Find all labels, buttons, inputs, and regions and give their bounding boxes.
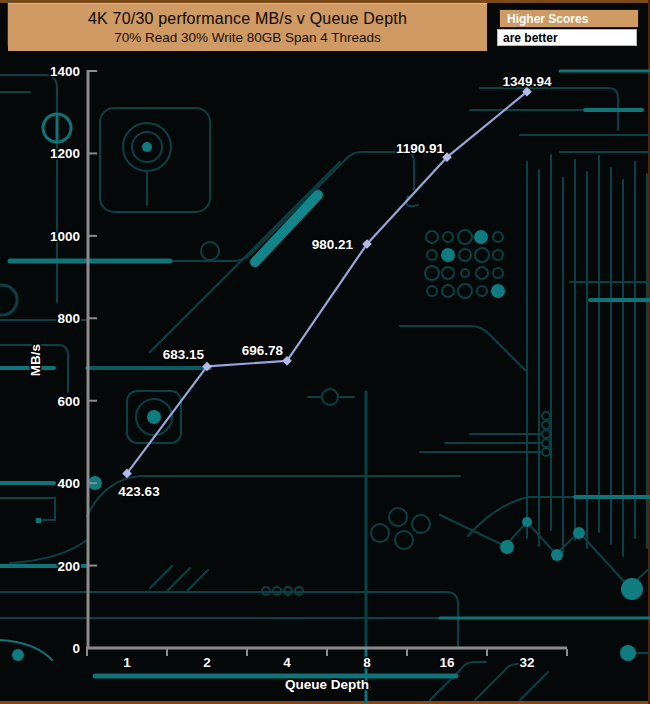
x-axis-title: Queue Depth: [285, 677, 369, 692]
chart-title: 4K 70/30 performance MB/s v Queue Depth: [88, 10, 407, 28]
x-tick-label: 16: [439, 655, 455, 670]
chart-title-bar: 4K 70/30 performance MB/s v Queue Depth …: [8, 3, 487, 51]
chart-subtitle: 70% Read 30% Write 80GB Span 4 Threads: [114, 30, 381, 45]
data-point-label: 1349.94: [503, 74, 552, 89]
y-axis-title: MB/s: [28, 344, 43, 376]
series-line: [127, 92, 527, 474]
y-tick-label: 1200: [50, 146, 80, 161]
x-tick-label: 2: [203, 655, 211, 670]
line-chart-plot: 020040060080010001200140012481632Queue D…: [0, 0, 650, 704]
x-tick-label: 8: [363, 655, 371, 670]
y-tick-label: 1000: [50, 229, 80, 244]
higher-scores-badge: Higher Scores: [499, 9, 639, 28]
data-point-label: 980.21: [312, 237, 354, 252]
data-point-label: 1190.91: [396, 141, 445, 156]
y-tick-label: 400: [57, 476, 80, 491]
data-point-label: 696.78: [242, 343, 284, 358]
y-tick-label: 200: [57, 559, 80, 574]
data-point-label: 683.15: [163, 347, 205, 362]
x-tick-label: 4: [283, 655, 291, 670]
y-tick-label: 600: [57, 394, 80, 409]
x-tick-label: 1: [123, 655, 131, 670]
chart-page: 020040060080010001200140012481632Queue D…: [0, 0, 650, 704]
y-tick-label: 800: [57, 311, 80, 326]
y-tick-label: 1400: [50, 64, 80, 79]
x-tick-label: 32: [519, 655, 534, 670]
data-point-label: 423.63: [118, 484, 160, 499]
are-better-badge: are better: [497, 29, 637, 46]
y-tick-label: 0: [72, 641, 80, 656]
